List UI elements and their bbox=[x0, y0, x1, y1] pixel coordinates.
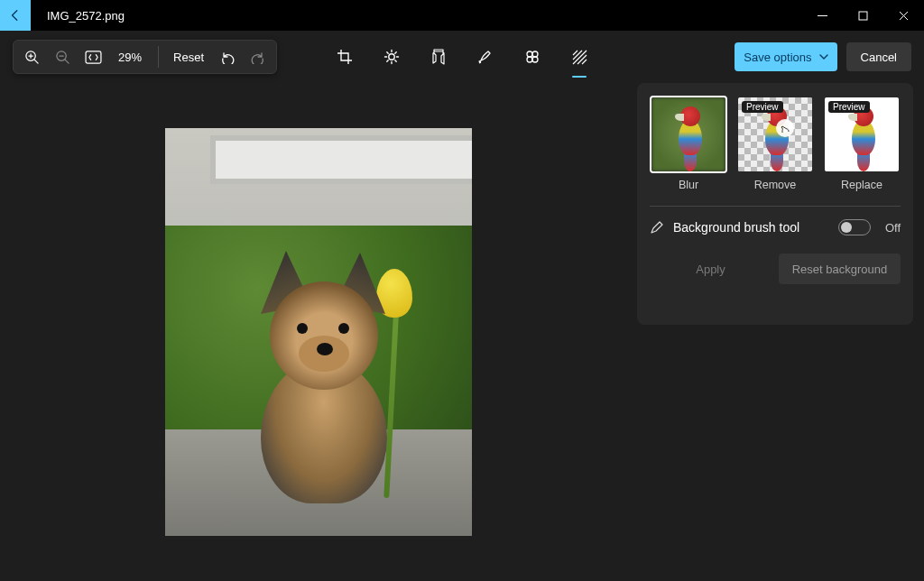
svg-point-4 bbox=[389, 54, 394, 60]
option-remove[interactable]: Preview bbox=[736, 96, 814, 173]
main-area: Blur Preview Remove Preview bbox=[0, 83, 924, 581]
tab-erase[interactable] bbox=[522, 41, 543, 73]
window-close-button[interactable] bbox=[883, 0, 924, 31]
zoom-out-button[interactable] bbox=[53, 48, 71, 66]
brush-tool-label: Background brush tool bbox=[673, 220, 829, 235]
window-controls bbox=[802, 0, 924, 31]
markup-pen-icon bbox=[477, 49, 494, 65]
tab-markup[interactable] bbox=[475, 41, 496, 73]
reset-view-button[interactable]: Reset bbox=[171, 51, 206, 64]
zoom-fit-button[interactable] bbox=[84, 48, 102, 66]
back-button[interactable] bbox=[0, 0, 31, 31]
window-minimize-button[interactable] bbox=[802, 0, 843, 31]
tab-crop[interactable] bbox=[334, 41, 356, 73]
chevron-down-icon bbox=[819, 54, 828, 60]
toolbar: 29% Reset Save options bbox=[0, 31, 924, 83]
redo-button[interactable] bbox=[249, 48, 267, 66]
cancel-button[interactable]: Cancel bbox=[846, 42, 911, 71]
option-remove-label: Remove bbox=[736, 179, 814, 191]
zoom-out-icon bbox=[55, 50, 70, 65]
window-maximize-button[interactable] bbox=[843, 0, 883, 31]
svg-point-5 bbox=[527, 51, 532, 57]
save-options-label: Save options bbox=[744, 51, 811, 64]
tab-filter[interactable] bbox=[428, 41, 449, 73]
zoom-in-icon bbox=[24, 50, 40, 65]
title-bar: IMG_2572.png bbox=[0, 0, 924, 31]
brush-tool-state: Off bbox=[885, 221, 901, 235]
preview-badge: Preview bbox=[828, 101, 870, 113]
brush-icon bbox=[650, 220, 664, 235]
crop-icon bbox=[337, 49, 353, 65]
pointer-icon bbox=[776, 119, 794, 137]
undo-icon bbox=[220, 50, 235, 64]
svg-rect-3 bbox=[86, 51, 101, 62]
svg-point-6 bbox=[532, 51, 538, 57]
cancel-label: Cancel bbox=[861, 51, 897, 64]
option-replace-label: Replace bbox=[823, 179, 901, 191]
undo-button[interactable] bbox=[218, 48, 236, 66]
divider bbox=[158, 46, 159, 68]
zoom-controls: 29% Reset bbox=[13, 40, 277, 74]
tab-adjustment[interactable] bbox=[381, 41, 402, 73]
arrow-left-icon bbox=[9, 9, 22, 22]
reset-background-button[interactable]: Reset background bbox=[779, 254, 901, 284]
erase-icon bbox=[524, 49, 541, 65]
brightness-icon bbox=[383, 49, 400, 65]
background-options: Blur Preview Remove Preview bbox=[650, 96, 901, 191]
tab-background[interactable] bbox=[568, 41, 590, 73]
zoom-in-button[interactable] bbox=[23, 48, 41, 66]
zoom-percent: 29% bbox=[115, 51, 145, 64]
svg-point-8 bbox=[532, 57, 538, 62]
background-icon bbox=[571, 49, 587, 65]
save-options-button[interactable]: Save options bbox=[735, 42, 836, 71]
minimize-icon bbox=[818, 11, 827, 21]
svg-point-7 bbox=[527, 57, 532, 62]
svg-rect-0 bbox=[859, 12, 867, 20]
divider bbox=[650, 206, 901, 207]
preview-badge: Preview bbox=[742, 101, 783, 113]
apply-button[interactable]: Apply bbox=[650, 254, 772, 284]
photo-preview bbox=[165, 128, 472, 536]
option-blur[interactable] bbox=[650, 96, 727, 173]
brush-tool-row: Background brush tool Off bbox=[650, 219, 901, 235]
edit-mode-tabs bbox=[334, 41, 590, 73]
background-panel: Blur Preview Remove Preview bbox=[637, 83, 913, 325]
fit-screen-icon bbox=[85, 51, 102, 64]
panel-actions: Apply Reset background bbox=[650, 254, 901, 284]
filter-icon bbox=[431, 49, 446, 65]
option-replace[interactable]: Preview bbox=[823, 96, 901, 173]
reset-background-label: Reset background bbox=[792, 263, 888, 276]
maximize-icon bbox=[858, 11, 868, 21]
brush-tool-toggle[interactable] bbox=[838, 219, 871, 235]
save-cancel-group: Save options Cancel bbox=[735, 42, 911, 71]
apply-label: Apply bbox=[696, 263, 725, 276]
file-name: IMG_2572.png bbox=[47, 9, 125, 23]
canvas-area[interactable] bbox=[0, 83, 637, 581]
option-blur-label: Blur bbox=[650, 179, 727, 191]
redo-icon bbox=[251, 50, 265, 64]
close-icon bbox=[899, 11, 909, 21]
